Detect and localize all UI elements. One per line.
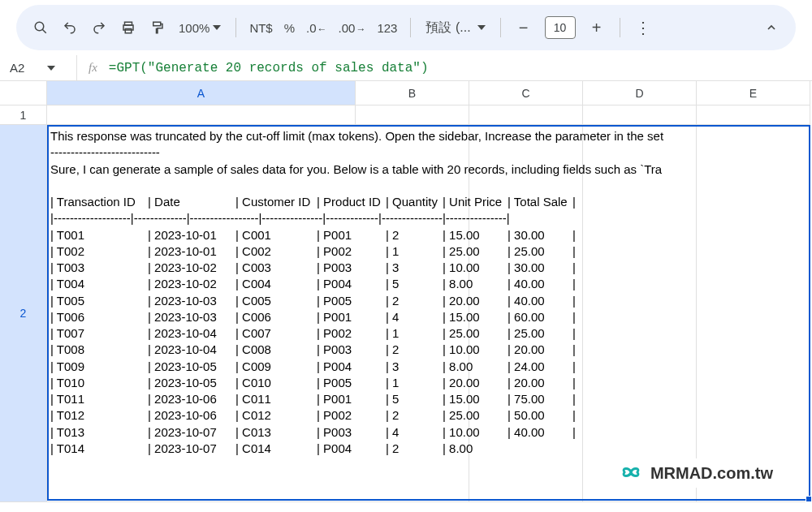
cell-a1[interactable] [47,105,356,125]
undo-icon[interactable] [57,15,83,41]
text-style-dropdown[interactable]: 預設 (... [421,19,490,37]
row-header-1[interactable]: 1 [0,105,47,125]
cell-c1[interactable] [469,105,583,125]
svg-rect-5 [153,22,161,26]
paint-format-icon[interactable] [145,15,171,41]
watermark-text: MRMAD.com.tw [650,464,773,483]
chevron-down-icon [213,25,221,30]
column-headers: A B C D E [0,81,812,105]
svg-point-0 [35,22,44,31]
separator [235,18,236,37]
cells-area: This response was truncated by the cut-o… [47,105,812,502]
row-headers: 1 2 [0,105,47,502]
separator [500,18,501,37]
decrease-decimal-button[interactable]: .0← [306,21,327,35]
number-format-group: NT$ % .0← .00→ 123 [246,21,400,35]
cell-a2[interactable]: This response was truncated by the cut-o… [47,125,356,502]
fontsize-group: − 10 + [511,15,610,41]
row-1 [47,105,812,125]
zoom-label: 100% [179,21,209,35]
formula-bar-row: A2 fx =GPT("Generate 20 records of sales… [0,55,812,81]
row-header-2[interactable]: 2 [0,125,47,502]
decrease-fontsize-button[interactable]: − [511,15,537,41]
cell-e1[interactable] [697,105,810,125]
name-box[interactable]: A2 [0,55,77,81]
column-header-e[interactable]: E [697,81,810,105]
row-2: This response was truncated by the cut-o… [47,125,812,502]
percent-button[interactable]: % [284,21,295,35]
separator [620,18,620,37]
separator [410,18,411,37]
name-box-value: A2 [10,61,24,75]
fx-icon: fx [77,61,109,75]
select-all-corner[interactable] [0,81,47,105]
redo-icon[interactable] [86,15,112,41]
toolbar: 100% NT$ % .0← .00→ 123 預設 (... − 10 + ⋮ [16,5,796,50]
svg-line-1 [42,29,46,33]
number-format-button[interactable]: 123 [377,21,397,35]
zoom-dropdown[interactable]: 100% [174,21,226,35]
spreadsheet-grid: A B C D E 1 2 This response was [0,81,812,502]
collapse-toolbar-icon[interactable] [758,15,784,41]
cell-b1[interactable] [356,105,469,125]
column-header-b[interactable]: B [356,81,469,105]
chevron-down-icon [47,66,55,71]
search-icon[interactable] [28,15,54,41]
chevron-down-icon [477,25,486,30]
style-label: 預設 (... [425,19,470,37]
increase-fontsize-button[interactable]: + [584,15,610,41]
column-header-a[interactable]: A [47,81,356,105]
increase-decimal-button[interactable]: .00→ [339,21,366,35]
infinity-icon [618,460,644,486]
column-header-d[interactable]: D [583,81,697,105]
more-options-icon[interactable]: ⋮ [630,15,656,41]
watermark: MRMAD.com.tw [611,458,780,488]
cell-d1[interactable] [583,105,697,125]
column-header-c[interactable]: C [469,81,583,105]
fontsize-input[interactable]: 10 [545,16,576,39]
print-icon[interactable] [115,15,141,41]
currency-button[interactable]: NT$ [249,21,272,35]
formula-input[interactable]: =GPT("Generate 20 records of sales data"… [109,61,429,75]
cell-a2-content: This response was truncated by the cut-o… [50,128,810,457]
